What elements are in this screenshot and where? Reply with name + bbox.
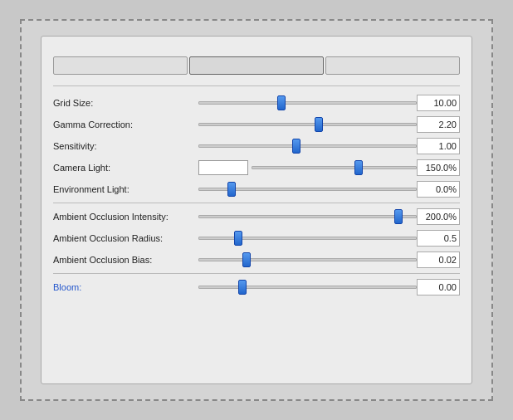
- table-row: Sensitivity:: [53, 135, 460, 157]
- slider-container: [198, 208, 417, 225]
- slider-container: [198, 138, 417, 154]
- slider-container: [198, 95, 417, 111]
- slider-thumb[interactable]: [394, 209, 403, 224]
- slider-track: [252, 166, 417, 169]
- slider-track: [198, 237, 417, 240]
- value-input[interactable]: [417, 159, 460, 176]
- table-row: Bloom:: [53, 276, 460, 298]
- value-input[interactable]: [417, 116, 460, 133]
- table-row: Camera Light:: [53, 157, 460, 178]
- all-panels-button[interactable]: [53, 56, 188, 75]
- slider-thumb[interactable]: [238, 280, 247, 295]
- row-label: Bloom:: [53, 282, 198, 292]
- slider-track: [198, 188, 417, 191]
- table-row: Ambient Occlusion Radius:: [53, 227, 460, 249]
- slider-track: [198, 123, 417, 126]
- slider-track: [198, 101, 417, 105]
- value-input[interactable]: [417, 181, 460, 198]
- row-label: Sensitivity:: [53, 141, 198, 151]
- slider-container: [198, 181, 417, 198]
- row-label: Camera Light:: [53, 163, 198, 173]
- table-row: Environment Light:: [53, 178, 460, 200]
- selected-panels-button[interactable]: [189, 56, 324, 75]
- current-panel-button[interactable]: [325, 56, 460, 75]
- value-input[interactable]: [417, 138, 460, 154]
- row-label: Grid Size:: [53, 98, 198, 108]
- slider-track: [198, 215, 417, 218]
- row-label: Environment Light:: [53, 184, 198, 194]
- slider-thumb[interactable]: [234, 231, 242, 246]
- table-row: Ambient Occlusion Bias:: [53, 249, 460, 271]
- row-label: Ambient Occlusion Radius:: [53, 233, 198, 243]
- slider-container: [252, 159, 417, 176]
- row-label: Gamma Correction:: [53, 120, 198, 129]
- color-swatch[interactable]: [198, 160, 248, 175]
- rows-container: Grid Size:Gamma Correction:Sensitivity:C…: [53, 92, 460, 298]
- value-input[interactable]: [417, 230, 460, 247]
- value-input[interactable]: [417, 95, 460, 111]
- table-row: Gamma Correction:: [53, 114, 460, 135]
- slider-container: [198, 279, 417, 295]
- row-label: Ambient Occlusion Bias:: [53, 255, 198, 265]
- slider-thumb[interactable]: [315, 117, 323, 132]
- slider-container: [198, 252, 417, 268]
- stage-panel: Grid Size:Gamma Correction:Sensitivity:C…: [41, 36, 472, 384]
- value-input[interactable]: [417, 279, 460, 295]
- slider-container: [198, 230, 417, 247]
- slider-thumb[interactable]: [242, 252, 251, 267]
- value-input[interactable]: [417, 208, 460, 225]
- slider-track: [198, 258, 417, 261]
- outer-border: Grid Size:Gamma Correction:Sensitivity:C…: [20, 19, 493, 401]
- slider-track: [198, 144, 417, 148]
- button-row: [53, 56, 460, 75]
- row-label: Ambient Occlusion Intensity:: [53, 212, 198, 222]
- table-row: Grid Size:: [53, 92, 460, 114]
- divider-top: [53, 85, 460, 86]
- slider-thumb[interactable]: [227, 182, 236, 197]
- slider-track: [198, 286, 417, 289]
- slider-container: [198, 116, 417, 133]
- value-input[interactable]: [417, 252, 460, 268]
- slider-thumb[interactable]: [354, 160, 363, 175]
- slider-thumb[interactable]: [277, 95, 286, 110]
- table-row: Ambient Occlusion Intensity:: [53, 206, 460, 227]
- divider-5: [53, 203, 460, 203]
- slider-thumb[interactable]: [292, 139, 300, 154]
- divider-8: [53, 273, 460, 274]
